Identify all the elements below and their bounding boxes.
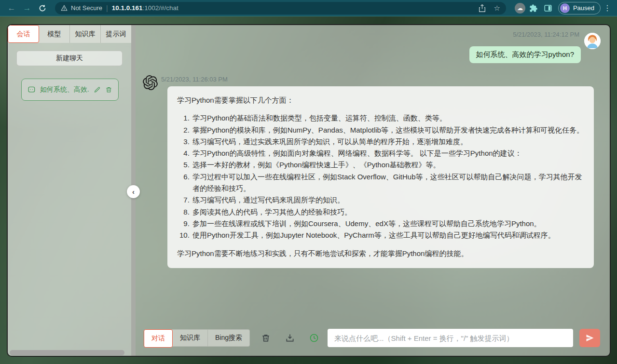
- tab-knowledge-base[interactable]: 知识库: [70, 25, 101, 43]
- assistant-list-item: 学习Python的高级特性，例如面向对象编程、网络编程、数据科学等。 以下是一些…: [192, 148, 584, 159]
- clear-chat-trash-icon[interactable]: [261, 333, 271, 343]
- chat-bubble-icon: [27, 85, 36, 94]
- mode-switcher: 对话 知识库 Bing搜索: [144, 329, 250, 347]
- assistant-list-item: 多阅读其他人的代码，学习其他人的经验和技巧。: [192, 206, 584, 218]
- url-path: :1002/#/chat: [143, 4, 178, 12]
- reload-icon[interactable]: [36, 1, 49, 15]
- security-label: Not Secure: [71, 4, 102, 12]
- chat-area: 5/21/2023, 11:24:12 PM 如何系统、高效的学习python?…: [136, 25, 610, 356]
- sidebar-horizontal-scrollbar[interactable]: [10, 350, 124, 355]
- warning-icon: [61, 5, 68, 11]
- assistant-intro: 学习Python需要掌握以下几个方面：: [177, 94, 584, 106]
- user-avatar: [584, 33, 601, 49]
- send-button[interactable]: [579, 329, 600, 347]
- mode-chat[interactable]: 对话: [144, 329, 173, 348]
- tab-conversations[interactable]: 会话: [8, 25, 39, 43]
- assistant-list-item: 使用Python开发工具，例如Jupyter Notebook、PyCharm等…: [192, 229, 584, 241]
- bookmark-star-icon[interactable]: ☆: [494, 4, 500, 13]
- user-message-bubble: 如何系统、高效的学习python?: [469, 46, 581, 63]
- assistant-list-item: 选择一本好的教材，例如《Python编程快速上手》、《Python基础教程》等。: [192, 159, 584, 171]
- url-text[interactable]: 10.1.0.161:1002/#/chat: [112, 4, 475, 12]
- edit-pencil-icon[interactable]: [94, 86, 101, 94]
- app-window: 会话 模型 知识库 提示词 新建聊天 如何系统、高效... ‹ 5/21/202…: [7, 24, 611, 357]
- delete-trash-icon[interactable]: [105, 86, 112, 94]
- address-bar[interactable]: Not Secure | 10.1.0.161:1002/#/chat ☆: [55, 2, 506, 14]
- mode-bing-search[interactable]: Bing搜索: [208, 330, 249, 346]
- side-panel-icon[interactable]: [542, 4, 554, 13]
- share-icon[interactable]: [479, 4, 486, 12]
- mode-knowledge-base[interactable]: 知识库: [173, 330, 208, 346]
- assistant-list-item: 学习过程中可以加入一些在线编程社区，例如Stack Overflow、GitHu…: [192, 171, 584, 195]
- history-clock-icon[interactable]: [309, 333, 319, 343]
- tab-prompts[interactable]: 提示词: [101, 25, 131, 43]
- back-icon[interactable]: ←: [5, 1, 18, 15]
- user-message-timestamp: 5/21/2023, 11:24:12 PM: [513, 31, 579, 38]
- profile-status: Paused: [573, 4, 594, 12]
- profile-avatar: H: [560, 3, 570, 13]
- new-chat-button[interactable]: 新建聊天: [16, 51, 123, 66]
- message-input[interactable]: [328, 329, 573, 347]
- tab-models[interactable]: 模型: [39, 25, 70, 43]
- assistant-list-item: 练习编写代码，通过实践来巩固所学的知识，可以从简单的程序开始，逐渐增加难度。: [192, 136, 584, 148]
- browser-toolbar: ← → Not Secure | 10.1.0.161:1002/#/chat …: [0, 0, 617, 16]
- openai-logo-icon: [143, 75, 158, 90]
- url-host: 10.1.0.161: [112, 4, 143, 12]
- assistant-outro: 学习Python需要不断地练习和实践，只有不断地尝试和探索，才能掌握Python…: [177, 248, 584, 259]
- address-separator: |: [106, 4, 108, 12]
- forward-icon[interactable]: →: [20, 1, 34, 15]
- sidebar-tab-bar: 会话 模型 知识库 提示词: [8, 25, 131, 43]
- cloud-extension-icon[interactable]: ☁: [515, 3, 525, 13]
- assistant-list-item: 练习编写代码，通过写代码来巩固所学的知识。: [192, 194, 584, 206]
- not-secure-warning[interactable]: Not Secure: [61, 4, 102, 12]
- composer-toolbar: 对话 知识库 Bing搜索: [144, 329, 600, 347]
- browser-menu-icon[interactable]: ⋮: [603, 3, 612, 13]
- assistant-message-timestamp: 5/21/2023, 11:26:03 PM: [161, 76, 228, 83]
- browser-profile-chip[interactable]: H Paused: [558, 2, 601, 14]
- assistant-list-item: 掌握Python的模块和库，例如NumPy、Pandas、Matplotlib等…: [192, 124, 584, 136]
- paper-plane-icon: [585, 333, 595, 343]
- conversation-title: 如何系统、高效...: [40, 85, 89, 94]
- conversation-item[interactable]: 如何系统、高效...: [21, 79, 119, 101]
- assistant-list-item: 参加一些在线课程或线下培训，例如Coursera、Udemy、edX等，这些课程…: [192, 218, 584, 229]
- assistant-message-panel: 学习Python需要掌握以下几个方面： 学习Python的基础语法和数据类型，包…: [167, 86, 594, 268]
- assistant-list: 学习Python的基础语法和数据类型，包括变量、运算符、控制流、函数、类等。掌握…: [177, 112, 584, 241]
- assistant-list-item: 学习Python的基础语法和数据类型，包括变量、运算符、控制流、函数、类等。: [192, 112, 584, 124]
- sidebar: 会话 模型 知识库 提示词 新建聊天 如何系统、高效...: [8, 25, 131, 356]
- extensions-puzzle-icon[interactable]: [527, 4, 540, 13]
- sidebar-collapse-button[interactable]: ‹: [127, 185, 140, 198]
- download-icon[interactable]: [285, 333, 295, 343]
